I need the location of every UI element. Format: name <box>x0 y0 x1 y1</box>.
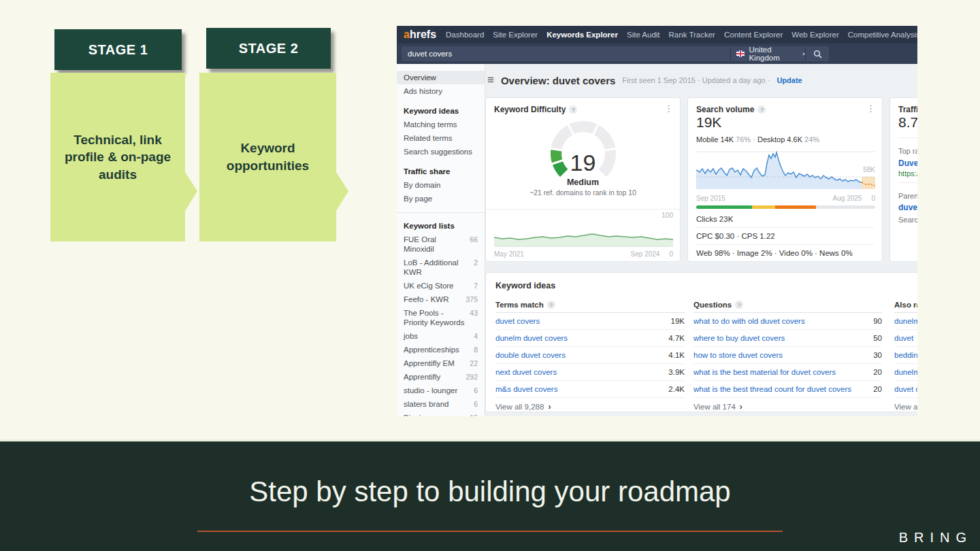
sidebar-list-studio-lounger[interactable]: studio - lounger6 <box>397 384 485 397</box>
sidebar-list-apprentifly[interactable]: Apprentifly292 <box>397 370 485 384</box>
bar-segment-yellow <box>752 205 775 209</box>
list-count: 22 <box>470 358 478 368</box>
terms-match-header: Terms match? <box>495 297 685 313</box>
kd-hint: ~21 ref. domains to rank in top 10 <box>486 188 680 197</box>
ahrefs-logo[interactable]: ahrefs <box>404 29 436 41</box>
nav-site-audit[interactable]: Site Audit <box>627 31 660 39</box>
keyword-search-input[interactable]: duvet covers <box>402 46 730 61</box>
tp-divider <box>898 182 917 183</box>
stage-2-label: STAGE 2 <box>239 41 299 56</box>
kebab-menu-icon[interactable]: ⋮ <box>664 103 673 114</box>
search-volume-card: Search volume ? ⋮ 19K Mobile 14K 76% · D… <box>687 97 883 262</box>
help-icon[interactable]: ? <box>547 301 555 309</box>
country-dropdown[interactable]: United Kingdom ▾ <box>730 46 805 61</box>
keyword-link[interactable]: what is the best thread count for duvet … <box>693 385 851 393</box>
sidebar-list-apprentifly-em[interactable]: Apprentifly EM22 <box>397 356 485 370</box>
keyword-link[interactable]: next duvet covers <box>495 368 557 376</box>
kd-date-axis: May 2021 Sep 20240 <box>494 250 673 258</box>
ahrefs-topnav: ahrefs Dashboard Site Explorer Keywords … <box>397 26 917 44</box>
keyword-link[interactable]: where to buy duvet covers <box>693 334 785 342</box>
table-row: double duvet covers4.1K <box>495 347 685 364</box>
keyword-link[interactable]: dunelm <box>894 368 917 376</box>
table-row: what is the best thread count for duvet … <box>693 381 882 398</box>
also-rank-column: Also ran dunelm duvet bedding dunelm duv… <box>894 297 917 416</box>
questions-header: Questions? <box>693 297 882 313</box>
keyword-link[interactable]: m&s duvet covers <box>495 385 557 393</box>
kd-date-end: Sep 2024 <box>631 250 660 258</box>
keyword-query-text: duvet covers <box>408 50 452 58</box>
sv-device-split: Mobile 14K 76% · Desktop 4.6K 24% <box>696 135 819 144</box>
update-link[interactable]: Update <box>777 76 802 84</box>
nav-dashboard[interactable]: Dashboard <box>446 31 484 39</box>
keyword-difficulty-card: Keyword Difficulty ? ⋮ 19 Medium ~21 ref… <box>485 97 681 262</box>
kd-score: 19 <box>486 150 680 176</box>
keyword-link[interactable]: dunelm <box>894 317 917 325</box>
nav-site-explorer[interactable]: Site Explorer <box>493 31 538 39</box>
table-row: dunelm duvet covers4.7K <box>495 330 685 347</box>
view-all-also-rank[interactable]: View all <box>894 398 917 416</box>
ahrefs-sidebar: Overview Ads history Keyword ideas Match… <box>397 64 485 416</box>
sidebar-list-jobs[interactable]: jobs4 <box>397 329 485 343</box>
search-button[interactable] <box>805 46 829 61</box>
kd-section-divider <box>486 209 680 210</box>
accent-rule <box>197 531 783 532</box>
keyword-link[interactable]: duvet covers <box>495 317 540 325</box>
stage-2-body: Keyword opportunities <box>199 73 336 241</box>
sidebar-item-ads-history[interactable]: Ads history <box>397 84 485 98</box>
help-icon[interactable]: ? <box>569 105 577 114</box>
sv-axis-zero: 0 <box>871 195 875 202</box>
keyword-link[interactable]: double duvet covers <box>495 351 566 359</box>
country-label: United Kingdom <box>749 46 798 62</box>
tp-parent-link[interactable]: duvet <box>898 203 917 212</box>
tp-top-ranking-label: Top ra <box>898 147 917 155</box>
view-all-questions[interactable]: View all 174› <box>693 398 882 416</box>
sidebar-list-apprenticeships[interactable]: Apprenticeships8 <box>397 343 485 356</box>
keyword-link[interactable]: duvet c <box>894 385 917 393</box>
keyword-link[interactable]: duvet <box>894 334 913 342</box>
help-icon[interactable]: ? <box>735 301 743 309</box>
sv-value: 19K <box>696 114 721 131</box>
sidebar-item-matching-terms[interactable]: Matching terms <box>397 118 485 131</box>
keyword-link[interactable]: bedding <box>894 351 917 359</box>
nav-content-explorer[interactable]: Content Explorer <box>724 31 783 39</box>
sidebar-item-by-domain[interactable]: By domain <box>397 178 485 192</box>
keyword-link[interactable]: how to store duvet covers <box>693 351 783 359</box>
sidebar-item-related-terms[interactable]: Related terms <box>397 131 485 145</box>
sv-clicks: Clicks 23K <box>696 215 733 223</box>
sidebar-item-search-suggestions[interactable]: Search suggestions <box>397 145 485 158</box>
ahrefs-screenshot: ahrefs Dashboard Site Explorer Keywords … <box>397 26 917 416</box>
nav-keywords-explorer[interactable]: Keywords Explorer <box>546 31 618 39</box>
help-icon[interactable]: ? <box>757 105 766 114</box>
stage-1-label: STAGE 1 <box>88 42 148 58</box>
tp-card-title: Traffic <box>898 105 917 114</box>
sidebar-list-fue-oral-minoxidil[interactable]: FUE Oral Minoxidil66 <box>397 233 485 256</box>
sidebar-item-by-page[interactable]: By page <box>397 192 485 205</box>
list-count: 8 <box>474 345 478 354</box>
sidebar-list-slaters-brand[interactable]: slaters brand6 <box>397 397 485 411</box>
nav-web-explorer[interactable]: Web Explorer <box>791 31 838 39</box>
list-count: 66 <box>470 235 478 254</box>
sidebar-item-overview[interactable]: Overview <box>397 71 485 84</box>
stage-1-body: Technical, link profile & on-page audits <box>50 73 185 241</box>
view-all-terms-match[interactable]: View all 9,288› <box>495 398 685 416</box>
kebab-menu-icon[interactable]: ⋮ <box>866 103 875 114</box>
sidebar-list-feefo-kwr[interactable]: Feefo - KWR375 <box>397 293 485 306</box>
nav-competitive-analysis[interactable]: Competitive Analysis <box>848 31 917 39</box>
sidebar-list-lob-additional-kwr[interactable]: LoB - Additional KWR2 <box>397 256 485 279</box>
sidebar-list-pools-priority-keywords[interactable]: The Pools - Priority Keywords43 <box>397 306 485 329</box>
keyword-link[interactable]: what to do with old duvet covers <box>693 317 805 325</box>
tp-parent-label: Parent <box>898 192 917 200</box>
list-count: 7 <box>474 281 478 290</box>
menu-icon[interactable]: ≡ <box>487 73 494 87</box>
keyword-link[interactable]: dunelm duvet covers <box>495 334 568 342</box>
nav-rank-tracker[interactable]: Rank Tracker <box>669 31 715 39</box>
keyword-link[interactable]: what is the best material for duvet cove… <box>693 368 836 376</box>
sidebar-list-bionic-forecasting[interactable]: Bionic Forecasting 115 <box>397 411 485 416</box>
brand-logo: BRING <box>899 530 973 546</box>
tp-top-page-link[interactable]: Duvet <box>898 158 917 168</box>
sidebar-list-uk-ecig-store[interactable]: UK eCig Store7 <box>397 279 485 293</box>
table-row: where to buy duvet covers50 <box>693 330 882 347</box>
list-count: 292 <box>466 372 478 382</box>
kd-card-title: Keyword Difficulty ? <box>494 105 577 114</box>
stage-2-text: Keyword opportunities <box>209 139 327 174</box>
